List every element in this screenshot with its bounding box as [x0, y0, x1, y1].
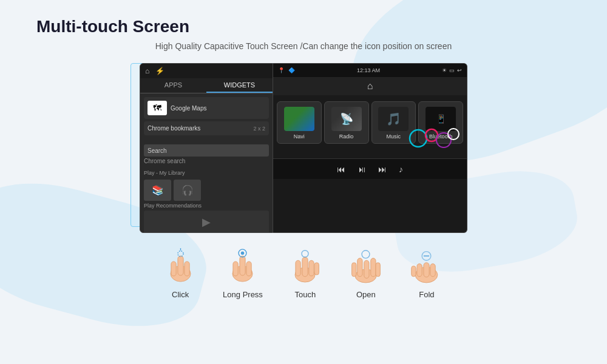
- navi-image: [284, 107, 314, 131]
- status-icons: ☀ ▭ ↩: [442, 67, 462, 73]
- device-mockup: ⌂ ⚡ APPS WIDGETS 🗺 Google Maps: [140, 63, 467, 233]
- bottom-controls: ⏮ ⏯ ⏭ ♪: [273, 158, 467, 179]
- svg-rect-23: [364, 260, 369, 278]
- play-library-label: Play - My Library: [140, 167, 273, 177]
- prev-btn[interactable]: ⏮: [337, 164, 345, 174]
- circles-overlay: [400, 123, 461, 153]
- tabs-row[interactable]: APPS WIDGETS: [140, 78, 273, 93]
- back-icon: ↩: [457, 67, 462, 73]
- navi-label: Navi: [294, 133, 305, 140]
- usb-icon: ⚡: [155, 67, 164, 75]
- svg-rect-17: [302, 257, 308, 276]
- media-row: 📚 🎧: [140, 180, 273, 201]
- longpress-hand-icon: [225, 244, 261, 286]
- play-rec-thumb: ▶: [144, 211, 269, 233]
- bt-icon: 🔷: [288, 67, 295, 73]
- touch-label: Touch: [295, 290, 316, 299]
- screen-area: ⌂ ⚡ APPS WIDGETS 🗺 Google Maps: [36, 63, 571, 233]
- svg-rect-31: [417, 263, 422, 276]
- home-symbol: ⌂: [367, 81, 373, 92]
- search-area: Search Chrome search: [140, 141, 273, 167]
- apps-list: 🗺 Google Maps Chrome bookmarks 2 x 2: [140, 93, 273, 141]
- gps-icon: 📍: [278, 67, 285, 73]
- status-time: 12:13 AM: [357, 67, 380, 73]
- svg-point-21: [302, 250, 308, 257]
- chrome-bookmarks-label: Chrome bookmarks: [148, 125, 200, 132]
- navi-icon-box: [284, 107, 314, 131]
- chrome-bookmarks-card[interactable]: Chrome bookmarks 2 x 2: [144, 121, 269, 135]
- headphones-thumb: 🎧: [174, 180, 201, 201]
- svg-rect-11: [240, 255, 245, 275]
- page-title: Multi-touch Screen: [36, 17, 571, 36]
- svg-point-1: [426, 129, 438, 141]
- svg-rect-18: [296, 260, 300, 276]
- gestures-row: Click Long Press: [36, 244, 571, 305]
- music-label: Music: [387, 133, 401, 140]
- play-pause-btn[interactable]: ⏯: [358, 164, 366, 174]
- fold-hand-icon: [409, 244, 445, 286]
- svg-rect-24: [358, 258, 362, 276]
- open-label: Open: [356, 290, 376, 299]
- radio-image: 📡: [331, 107, 362, 131]
- brightness-icon: ☀: [442, 67, 447, 73]
- open-hand-icon: [348, 244, 384, 286]
- svg-point-28: [362, 250, 370, 258]
- google-maps-card[interactable]: 🗺 Google Maps: [144, 97, 269, 119]
- google-maps-label: Google Maps: [171, 105, 206, 112]
- books-thumb: 📚: [144, 180, 171, 201]
- nav-item-navi[interactable]: Navi: [277, 101, 322, 144]
- fold-label: Fold: [419, 290, 434, 299]
- radio-label: Radio: [339, 133, 354, 140]
- svg-point-0: [410, 130, 427, 147]
- bookmarks-size: 2 x 2: [253, 126, 265, 132]
- svg-rect-26: [352, 262, 356, 276]
- svg-point-2: [436, 133, 451, 147]
- right-top-bar: 📍 🔷 12:13 AM ☀ ▭ ↩: [273, 64, 467, 77]
- gesture-open: Open: [348, 244, 384, 299]
- home-icon-left: ⌂: [145, 67, 149, 75]
- google-maps-icon: 🗺: [148, 101, 167, 115]
- search-placeholder: Search: [148, 147, 167, 154]
- gesture-touch: Touch: [287, 244, 324, 299]
- right-panel: 📍 🔷 12:13 AM ☀ ▭ ↩ ⌂: [273, 63, 467, 233]
- gesture-fold: Fold: [409, 244, 445, 299]
- svg-rect-19: [309, 260, 314, 276]
- click-label: Click: [172, 290, 189, 299]
- chrome-search-label: Chrome search: [144, 158, 269, 164]
- touch-hand-icon: [287, 244, 324, 286]
- click-hand-icon: [162, 244, 198, 286]
- svg-point-15: [241, 251, 245, 255]
- search-box[interactable]: Search: [144, 144, 269, 157]
- nav-item-radio[interactable]: 📡 Radio: [324, 101, 369, 144]
- play-rec-label: Play Recommendations: [140, 201, 273, 211]
- page-subtitle: High Quality Capacitive Touch Screen /Ca…: [36, 41, 571, 51]
- svg-rect-33: [412, 266, 416, 276]
- radio-icon-box: 📡: [331, 107, 362, 131]
- gesture-longpress: Long Press: [223, 244, 263, 299]
- svg-rect-6: [171, 261, 176, 276]
- svg-rect-25: [371, 258, 376, 276]
- svg-rect-5: [178, 255, 183, 275]
- svg-point-3: [448, 129, 459, 140]
- svg-rect-32: [430, 263, 435, 276]
- tab-apps[interactable]: APPS: [140, 78, 206, 93]
- battery-icon: ▭: [449, 67, 455, 73]
- svg-rect-20: [314, 262, 319, 274]
- svg-rect-27: [376, 262, 380, 276]
- left-top-bar: ⌂ ⚡: [140, 64, 273, 78]
- gesture-click: Click: [162, 244, 198, 299]
- svg-rect-30: [424, 262, 429, 277]
- music-btn[interactable]: ♪: [399, 164, 403, 174]
- svg-rect-12: [233, 261, 238, 276]
- svg-rect-7: [185, 261, 189, 276]
- left-panel: ⌂ ⚡ APPS WIDGETS 🗺 Google Maps: [140, 63, 273, 233]
- longpress-label: Long Press: [223, 290, 263, 299]
- home-icon-row: ⌂: [273, 77, 467, 95]
- tab-widgets[interactable]: WIDGETS: [206, 78, 273, 93]
- svg-rect-13: [246, 261, 251, 276]
- next-btn[interactable]: ⏭: [378, 164, 387, 174]
